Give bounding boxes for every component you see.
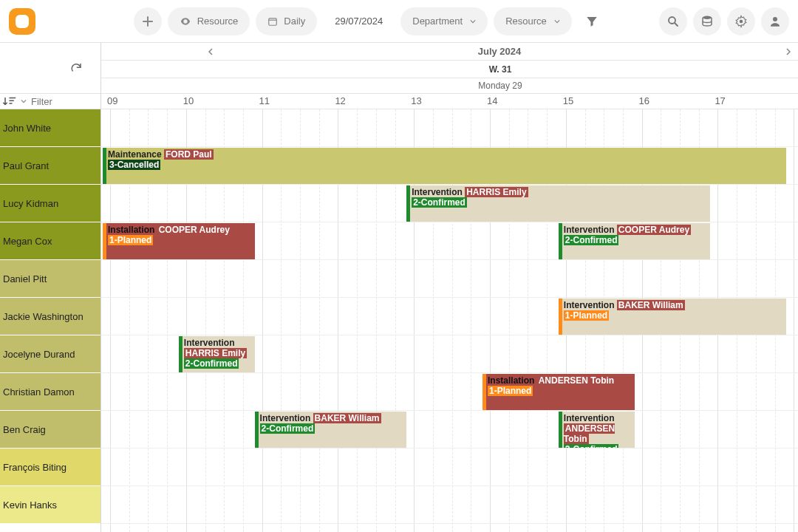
add-button[interactable] [134, 7, 162, 35]
event-client: COOPER Audrey [157, 225, 231, 235]
event[interactable]: InterventionHARRIS Emily2-Confirmed [179, 336, 255, 372]
svg-point-2 [703, 16, 712, 19]
timescale-select[interactable]: Daily [256, 7, 317, 35]
event-task: Intervention [564, 225, 617, 235]
resource-cell[interactable]: Jocelyne Durand [0, 335, 100, 373]
event-client: FORD Paul [164, 149, 214, 160]
event-status: 1-Planned [488, 386, 533, 396]
event-task: Intervention [184, 338, 235, 348]
resource-cell[interactable]: Ben Craig [0, 411, 100, 449]
timeline-row[interactable] [101, 373, 798, 411]
grid-rows: Maintenance FORD Paul3-CancelledInterven… [101, 109, 798, 532]
event-client: ANDERSEN Tobin [564, 423, 615, 444]
filter-input[interactable] [31, 96, 90, 107]
date-picker[interactable]: 29/07/2024 [323, 7, 395, 35]
funnel-icon [585, 15, 598, 28]
resource-filter-label: Resource [505, 16, 547, 27]
department-label: Department [412, 16, 463, 27]
event-status: 2-Confirmed [564, 235, 619, 245]
event-client: BAKER William [617, 300, 685, 310]
event[interactable]: Installation ANDERSEN Tobin1-Planned [482, 374, 635, 410]
event-client: COOPER Audrey [617, 225, 691, 235]
refresh-area [0, 43, 100, 93]
event[interactable]: Maintenance FORD Paul3-Cancelled [103, 148, 786, 184]
hour-label: 17 [715, 95, 725, 106]
hour-label: 15 [563, 95, 573, 106]
refresh-button[interactable] [69, 61, 83, 75]
resource-cell[interactable]: Paul Grant [0, 147, 100, 185]
event[interactable]: Intervention HARRIS Emily2-Confirmed [406, 185, 710, 222]
timeline-row[interactable] [101, 260, 798, 298]
day-label: Monday 29 [101, 78, 798, 93]
resource-cell[interactable]: Daniel Pitt [0, 260, 100, 298]
event-task: Maintenance [108, 149, 164, 160]
resource-cell[interactable]: François Biting [0, 449, 100, 486]
event[interactable]: Intervention BAKER William1-Planned [559, 299, 786, 335]
prev-date[interactable] [201, 43, 220, 61]
chevron-left-icon [207, 48, 214, 55]
event-task: Intervention [260, 413, 313, 423]
department-filter[interactable]: Department [400, 7, 488, 35]
event-client: HARRIS Emily [465, 187, 528, 197]
user-button[interactable] [761, 7, 789, 35]
timescale-label: Daily [284, 16, 305, 27]
svg-point-4 [773, 17, 777, 21]
resource-view-select[interactable]: Resource [168, 7, 250, 35]
search-button[interactable] [659, 7, 687, 35]
hour-label: 14 [487, 95, 497, 106]
sort-icon [3, 96, 16, 106]
event-task: Installation [488, 375, 537, 386]
event-client: HARRIS Emily [184, 348, 247, 358]
settings-button[interactable] [727, 7, 755, 35]
resource-cell[interactable]: Lucy Kidman [0, 185, 100, 222]
event-status: 3-Cancelled [108, 160, 160, 170]
user-icon [768, 15, 782, 28]
event-status: 2-Confirmed [260, 423, 316, 434]
refresh-icon [69, 61, 83, 75]
hour-label: 16 [639, 95, 649, 106]
event-task: Intervention [564, 300, 617, 310]
event-task: Installation [108, 225, 157, 235]
event[interactable]: Installation COOPER Audrey1-Planned [103, 223, 255, 259]
event-client: BAKER William [313, 413, 381, 423]
timeline-row[interactable] [101, 486, 798, 524]
resource-cell[interactable]: Jackie Washington [0, 298, 100, 335]
main: John WhitePaul GrantLucy KidmanMegan Cox… [0, 43, 798, 532]
chevron-right-icon [785, 48, 792, 55]
event-client: ANDERSEN Tobin [537, 375, 615, 386]
funnel-filter-button[interactable] [578, 7, 606, 35]
event-status: 2-Confirmed [184, 358, 239, 369]
event-status: 1-Planned [564, 310, 609, 321]
date-value: 29/07/2024 [335, 16, 383, 27]
resource-filter[interactable]: Resource [494, 7, 572, 35]
event[interactable]: Intervention BAKER William2-Confirmed [255, 412, 407, 448]
resource-cell[interactable]: Megan Cox [0, 222, 100, 260]
hour-label: 10 [183, 95, 194, 106]
timeline-row[interactable] [101, 109, 798, 147]
data-button[interactable] [693, 7, 721, 35]
event[interactable]: Intervention COOPER Audrey2-Confirmed [559, 223, 711, 259]
timeline-row[interactable] [101, 411, 798, 449]
event[interactable]: InterventionANDERSEN Tobin2-Confirmed [559, 412, 635, 448]
month-label: July 2024 [220, 46, 779, 57]
resource-cell[interactable]: John White [0, 109, 100, 147]
next-date[interactable] [779, 43, 798, 61]
plus-icon [142, 16, 154, 27]
chevron-down-icon [470, 18, 476, 24]
logo-icon [9, 8, 35, 35]
hour-header: 091011121314151617 [101, 93, 798, 109]
resource-cell[interactable]: Kevin Hanks [0, 486, 100, 524]
event-task: Intervention [412, 187, 465, 197]
chevron-down-icon [554, 18, 560, 24]
resource-cell[interactable]: Christian Damon [0, 373, 100, 411]
filter-row [0, 93, 100, 109]
event-status: 2-Confirmed [412, 197, 467, 208]
event-task: Intervention [564, 413, 615, 423]
resource-view-label: Resource [197, 16, 239, 27]
sort-button[interactable] [3, 96, 16, 106]
hour-label: 11 [259, 95, 270, 106]
left-panel: John WhitePaul GrantLucy KidmanMegan Cox… [0, 43, 101, 532]
calendar-icon [267, 16, 278, 27]
hour-label: 09 [107, 95, 117, 106]
timeline-row[interactable] [101, 449, 798, 486]
